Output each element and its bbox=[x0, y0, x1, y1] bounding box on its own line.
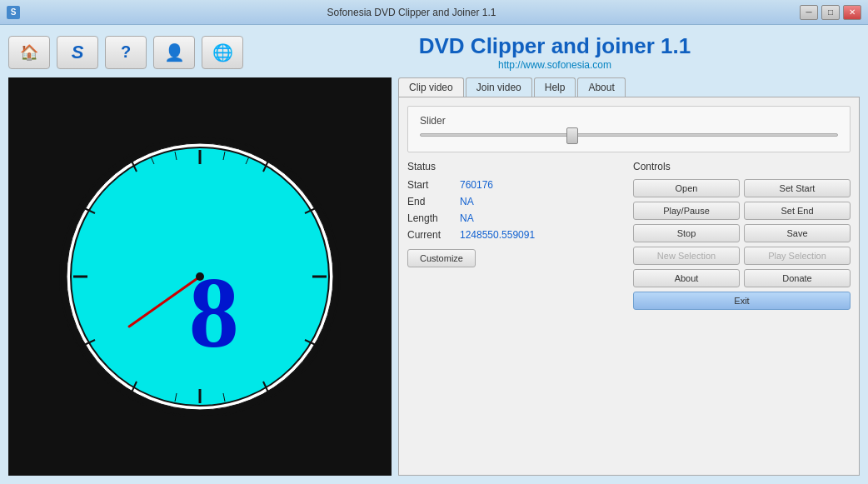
tabs-bar: Clip video Join video Help About bbox=[398, 77, 860, 97]
slider-label: Slider bbox=[420, 115, 838, 127]
donate-button[interactable]: Donate bbox=[744, 269, 851, 287]
status-row-start: Start 760176 bbox=[407, 179, 625, 191]
about-button[interactable]: About bbox=[633, 269, 740, 287]
content-area: 8 Clip video Join video Help About bbox=[8, 77, 860, 476]
set-end-button[interactable]: Set End bbox=[744, 202, 851, 220]
tab-clip-video[interactable]: Clip video bbox=[398, 77, 464, 97]
slider-section: Slider bbox=[407, 106, 851, 152]
sofonesia-button[interactable]: S bbox=[57, 36, 98, 69]
svg-text:8: 8 bbox=[189, 257, 239, 368]
tab-content: Slider Status Start 760176 bbox=[398, 97, 860, 476]
video-panel: 8 bbox=[8, 77, 392, 476]
save-button[interactable]: Save bbox=[744, 224, 851, 242]
status-row-end: End NA bbox=[407, 196, 625, 207]
status-section: Status Start 760176 End NA Length NA bbox=[407, 161, 625, 310]
status-value-current: 1248550.559091 bbox=[460, 229, 535, 241]
maximize-button[interactable]: □ bbox=[821, 5, 840, 20]
app-main-title: DVD Clipper and joiner 1.1 bbox=[250, 33, 860, 59]
status-key-length: Length bbox=[407, 212, 453, 224]
web-button[interactable]: 🌐 bbox=[202, 36, 243, 69]
play-selection-button[interactable]: Play Selection bbox=[744, 247, 851, 265]
minimize-button[interactable]: ─ bbox=[800, 5, 818, 20]
tab-join-video[interactable]: Join video bbox=[466, 77, 532, 97]
customize-area: Customize bbox=[407, 249, 625, 267]
new-selection-button[interactable]: New Selection bbox=[633, 247, 740, 265]
customize-button[interactable]: Customize bbox=[407, 249, 476, 267]
play-pause-button[interactable]: Play/Pause bbox=[633, 202, 740, 220]
app-url: http://www.sofonesia.com bbox=[250, 59, 860, 71]
tab-help[interactable]: Help bbox=[534, 77, 576, 97]
close-button[interactable]: ✕ bbox=[843, 5, 861, 20]
status-row-current: Current 1248550.559091 bbox=[407, 229, 625, 241]
video-display: 8 bbox=[58, 135, 342, 418]
home-button[interactable]: 🏠 bbox=[8, 36, 50, 69]
tab-about[interactable]: About bbox=[577, 77, 625, 97]
status-controls-area: Status Start 760176 End NA Length NA bbox=[407, 161, 851, 310]
user-button[interactable]: 👤 bbox=[153, 36, 195, 69]
title-bar: S Sofonesia DVD Clipper and Joiner 1.1 ─… bbox=[0, 0, 868, 25]
toolbar: 🏠 S ? 👤 🌐 DVD Clipper and joiner 1.1 htt… bbox=[8, 33, 860, 71]
exit-button[interactable]: Exit bbox=[633, 292, 851, 310]
status-key-start: Start bbox=[407, 179, 453, 191]
app-icon-area: S bbox=[7, 6, 23, 19]
status-row-length: Length NA bbox=[407, 212, 625, 224]
controls-grid: Open Set Start Play/Pause Set End Stop S… bbox=[633, 179, 851, 310]
status-title: Status bbox=[407, 161, 625, 172]
status-value-start: 760176 bbox=[460, 179, 493, 191]
window-body: 🏠 S ? 👤 🌐 DVD Clipper and joiner 1.1 htt… bbox=[0, 25, 868, 484]
controls-title: Controls bbox=[633, 161, 851, 172]
svg-point-25 bbox=[196, 272, 204, 281]
status-key-current: Current bbox=[407, 229, 453, 241]
app-icon: S bbox=[7, 6, 20, 19]
open-button[interactable]: Open bbox=[633, 179, 740, 197]
set-start-button[interactable]: Set Start bbox=[744, 179, 851, 197]
slider-thumb[interactable] bbox=[566, 127, 578, 144]
status-value-end: NA bbox=[460, 196, 474, 207]
stop-button[interactable]: Stop bbox=[633, 224, 740, 242]
right-panel: Clip video Join video Help About Slider bbox=[398, 77, 860, 476]
status-value-length: NA bbox=[460, 212, 474, 224]
app-title-section: DVD Clipper and joiner 1.1 http://www.so… bbox=[250, 33, 860, 71]
controls-section: Controls Open Set Start Play/Pause Set E… bbox=[633, 161, 851, 310]
window-controls: ─ □ ✕ bbox=[800, 5, 861, 20]
help-button[interactable]: ? bbox=[105, 36, 147, 69]
window-title: Sofonesia DVD Clipper and Joiner 1.1 bbox=[23, 7, 800, 18]
clock-svg: 8 bbox=[58, 135, 342, 418]
slider-track[interactable] bbox=[420, 133, 838, 137]
status-key-end: End bbox=[407, 196, 453, 207]
